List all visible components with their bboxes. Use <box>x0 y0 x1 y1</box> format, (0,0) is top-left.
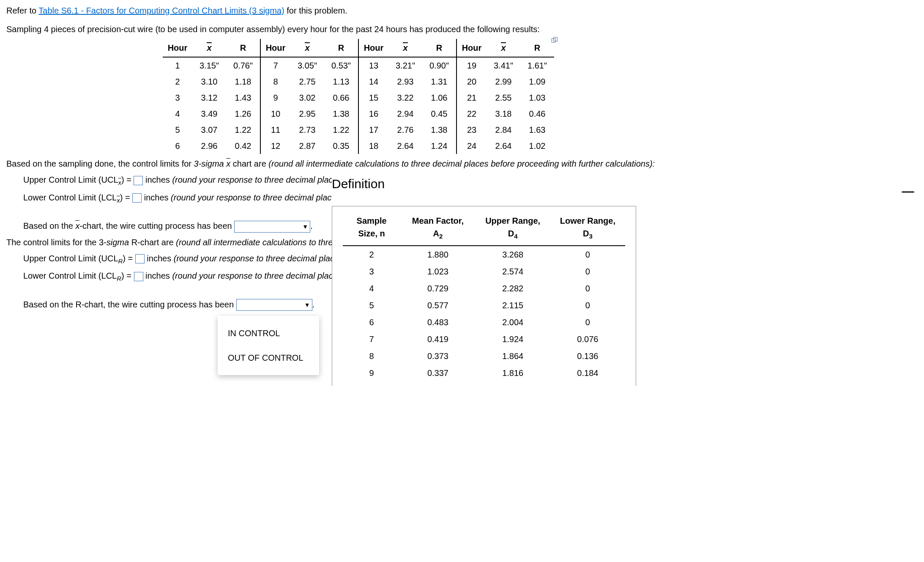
rchart-status-line: Based on the R-chart, the wire cutting p… <box>23 298 918 311</box>
definition-title: Definition <box>332 174 636 193</box>
table-link[interactable]: Table S6.1 - Factors for Computing Contr… <box>38 6 284 15</box>
lcl-x-input[interactable] <box>132 193 142 203</box>
factors-table: SampleSize, nMean Factor,A2Upper Range,D… <box>332 206 636 387</box>
ucl-x-input[interactable] <box>134 176 143 185</box>
xbar-chart-prompt: Based on the sampling done, the control … <box>6 157 918 170</box>
rchart-status-select[interactable]: ▼ <box>236 299 312 311</box>
dropdown-option-out-of-control[interactable]: OUT OF CONTROL <box>218 345 319 370</box>
chevron-down-icon: ▼ <box>302 222 308 231</box>
lcl-r-input[interactable] <box>134 272 143 281</box>
xchart-status-select[interactable]: ▼ <box>234 221 310 233</box>
ucl-r-input[interactable] <box>135 254 145 263</box>
status-dropdown-menu: IN CONTROL OUT OF CONTROL <box>218 316 319 375</box>
popout-icon[interactable] <box>551 35 558 42</box>
dropdown-option-in-control[interactable]: IN CONTROL <box>218 321 319 345</box>
collapse-icon[interactable] <box>902 191 914 193</box>
intro-refer: Refer to <box>6 6 38 15</box>
intro-after: for this problem. <box>287 6 347 15</box>
intro-line-2: Sampling 4 pieces of precision-cut wire … <box>6 23 918 36</box>
data-table: HourxR13.15"0.76"23.101.1833.121.4343.49… <box>163 39 554 154</box>
chevron-down-icon: ▼ <box>304 301 310 310</box>
definition-panel: Definition SampleSize, nMean Factor,A2Up… <box>332 174 636 387</box>
intro-line-1: Refer to Table S6.1 - Factors for Comput… <box>6 4 918 17</box>
